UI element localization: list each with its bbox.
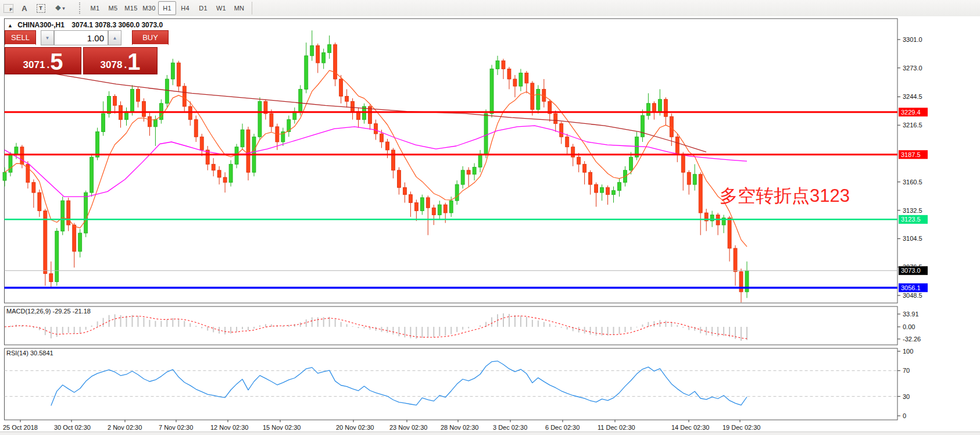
time-axis-label: 3 Dec 02:30 xyxy=(493,424,527,431)
timeframe-button-m30[interactable]: M30 xyxy=(140,1,158,15)
chevron-down-icon: ▾ xyxy=(62,6,65,11)
candle-body xyxy=(316,45,320,63)
price-tick-label: 3301.0 xyxy=(903,36,922,43)
price-tick-label: 3132.5 xyxy=(903,207,922,214)
candle-body xyxy=(328,45,331,53)
candle-body xyxy=(113,97,117,106)
chart-canvas[interactable]: 3301.03273.03244.53216.53160.53132.53104… xyxy=(0,16,980,432)
sell-price-panel[interactable]: 3071 . 5 xyxy=(5,47,81,74)
time-axis-label: 15 Nov 02:30 xyxy=(263,424,301,431)
candle-body xyxy=(391,150,395,170)
text-box-icon[interactable]: T xyxy=(34,2,48,15)
time-axis-label: 7 Nov 02:30 xyxy=(159,424,193,431)
candle-body xyxy=(246,130,250,172)
volume-input[interactable] xyxy=(54,30,108,45)
candle-body xyxy=(15,147,18,154)
time-axis-label: 6 Dec 02:30 xyxy=(545,424,580,431)
rsi-tick-label: 100 xyxy=(903,348,913,355)
candle-body xyxy=(409,195,412,203)
timeframe-button-h1[interactable]: H1 xyxy=(158,1,176,15)
candle-body xyxy=(223,177,227,183)
macd-tick-label: -32.26 xyxy=(903,336,921,343)
candle-body xyxy=(612,191,616,195)
candle-body xyxy=(687,172,691,184)
candle-body xyxy=(44,211,47,273)
price-tick-label: 3216.5 xyxy=(903,122,922,129)
candle-body xyxy=(739,272,743,292)
chart-annotation-text[interactable]: 多空转折点3123 xyxy=(720,184,850,208)
price-tick-label: 3048.5 xyxy=(903,292,922,299)
candle-body xyxy=(322,53,326,63)
candle-body xyxy=(397,170,400,188)
volume-up-button[interactable]: ▲ xyxy=(108,30,121,45)
candle-body xyxy=(49,274,53,282)
candle-body xyxy=(531,83,534,109)
candle-body xyxy=(153,120,157,127)
sell-price-pips: 5 xyxy=(50,52,63,72)
candle-body xyxy=(108,97,111,114)
candle-body xyxy=(142,101,145,116)
symbol-ohlc-line: ▲ CHINA300-,H1 3074.1 3078.3 3060.0 3073… xyxy=(8,21,163,29)
candle-body xyxy=(595,184,598,192)
candle-body xyxy=(194,120,198,137)
price-chip-label: 3187.5 xyxy=(901,151,921,158)
time-axis-label: 12 Nov 02:30 xyxy=(210,424,248,431)
arrow-style-icon[interactable]: ❖ ▾ xyxy=(50,2,70,15)
candle-body xyxy=(102,113,105,131)
collapse-triangle-icon[interactable]: ▲ xyxy=(8,23,13,28)
candle-body xyxy=(188,106,192,120)
candle-body xyxy=(681,154,685,172)
candle-body xyxy=(177,63,180,86)
candle-body xyxy=(217,170,221,177)
candle-body xyxy=(9,154,12,172)
price-chip-label: 3056.1 xyxy=(901,284,921,291)
candle-body xyxy=(664,99,667,117)
candle-body xyxy=(618,183,621,191)
candle-body xyxy=(577,157,581,164)
time-axis-label: 30 Oct 02:30 xyxy=(54,424,91,431)
time-axis-label: 23 Nov 02:30 xyxy=(389,424,427,431)
chart-window: 3301.03273.03244.53216.53160.53132.53104… xyxy=(0,16,980,432)
timeframe-button-m1[interactable]: M1 xyxy=(86,1,104,15)
text-box-icon-glyph: T xyxy=(37,4,45,13)
candle-body xyxy=(641,116,644,137)
candle-body xyxy=(652,104,656,112)
toolbar-drag-handle[interactable] xyxy=(79,2,84,14)
buy-price-panel[interactable]: 3078 . 1 xyxy=(83,47,158,74)
timeframe-button-mn[interactable]: MN xyxy=(230,1,248,15)
timeframe-button-m15[interactable]: M15 xyxy=(122,1,140,15)
candle-body xyxy=(670,116,673,137)
candle-body xyxy=(432,208,435,215)
volume-down-button[interactable]: ▼ xyxy=(41,30,54,45)
candle-body xyxy=(351,101,355,111)
sell-price-main: 3071 xyxy=(23,60,45,70)
candle-body xyxy=(420,198,424,211)
time-axis-label: 28 Nov 02:30 xyxy=(441,424,478,431)
candle-body xyxy=(67,201,70,225)
candle-body xyxy=(600,187,604,192)
candle-body xyxy=(20,147,24,165)
candle-body xyxy=(560,124,563,137)
timeframe-button-w1[interactable]: W1 xyxy=(212,1,230,15)
timeframe-button-h4[interactable]: H4 xyxy=(176,1,194,15)
candle-body xyxy=(606,187,610,194)
candle-body xyxy=(212,164,215,170)
template-f-icon[interactable]: F xyxy=(1,2,15,15)
rsi-pane xyxy=(5,348,898,420)
text-label-icon[interactable]: A xyxy=(17,2,31,15)
timeframe-button-m5[interactable]: M5 xyxy=(104,1,122,15)
candle-body xyxy=(130,89,134,111)
candle-body xyxy=(235,147,238,165)
price-chip-label: 3229.4 xyxy=(901,109,921,116)
timeframe-button-d1[interactable]: D1 xyxy=(194,1,212,15)
sell-button[interactable]: SELL xyxy=(5,30,36,45)
candle-body xyxy=(148,116,151,126)
candle-body xyxy=(496,61,499,69)
candle-body xyxy=(507,69,511,79)
candle-body xyxy=(345,97,349,102)
candle-body xyxy=(96,132,99,158)
candle-body xyxy=(502,61,505,69)
macd-tick-label: 33.91 xyxy=(903,311,919,318)
candle-body xyxy=(200,137,203,150)
buy-button[interactable]: BUY xyxy=(132,30,169,45)
